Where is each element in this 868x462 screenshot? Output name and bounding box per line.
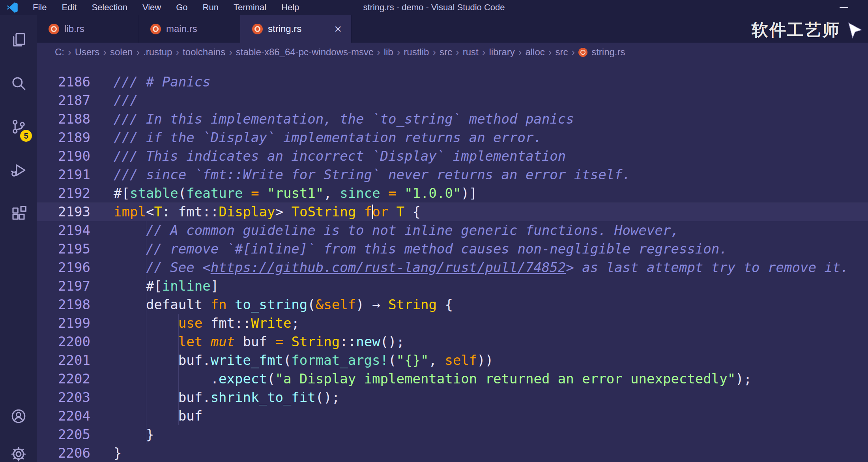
code-text: /// xyxy=(90,91,138,110)
menu-edit[interactable]: Edit xyxy=(54,0,84,15)
code-text: // See <https://github.com/rust-lang/rus… xyxy=(90,258,849,277)
code-line-2197[interactable]: 2197 #[inline] xyxy=(37,277,868,295)
code-text: /// # Panics xyxy=(90,73,211,91)
line-number: 2198 xyxy=(37,295,90,314)
line-number: 2199 xyxy=(37,314,90,332)
code-text: buf.shrink_to_fit(); xyxy=(90,388,340,407)
breadcrumb: C: Users solen .rustup toolchains stable… xyxy=(37,43,868,62)
tab-main-rs[interactable]: main.rs xyxy=(138,15,240,43)
code-text: #[stable(feature = "rust1", since = "1.0… xyxy=(90,184,477,203)
code-line-2205[interactable]: 2205 } xyxy=(37,425,868,444)
rust-file-icon xyxy=(252,24,263,34)
line-number: 2194 xyxy=(37,221,90,240)
line-number: 2191 xyxy=(37,165,90,184)
tab-lib-rs[interactable]: lib.rs xyxy=(37,15,138,43)
code-text: /// since `fmt::Write for String` never … xyxy=(90,165,630,184)
run-and-debug-icon[interactable] xyxy=(0,155,37,185)
line-number: 2202 xyxy=(37,370,90,388)
menu-help[interactable]: Help xyxy=(274,0,307,15)
breadcrumb-item[interactable]: C: xyxy=(55,47,64,58)
code-line-2200[interactable]: 2200 let mut buf = String::new(); xyxy=(37,332,868,351)
tab-string-rs[interactable]: string.rs × xyxy=(240,15,352,43)
menu-run[interactable]: Run xyxy=(195,0,226,15)
menu-view[interactable]: View xyxy=(135,0,168,15)
editor-group: lib.rs main.rs string.rs × C: Users sole… xyxy=(37,15,868,462)
code-line-2191[interactable]: 2191/// since `fmt::Write for String` ne… xyxy=(37,165,868,184)
code-text: } xyxy=(90,444,122,462)
code-line-2202[interactable]: 2202 .expect("a Display implementation r… xyxy=(37,370,868,388)
menu-go[interactable]: Go xyxy=(168,0,195,15)
breadcrumb-item[interactable]: Users xyxy=(75,47,100,58)
tab-label: main.rs xyxy=(166,23,197,34)
menu-selection[interactable]: Selection xyxy=(84,0,135,15)
breadcrumb-item[interactable]: src xyxy=(440,47,452,58)
chevron-right-icon xyxy=(515,46,526,58)
vscode-logo-icon xyxy=(6,2,18,13)
chevron-right-icon xyxy=(479,46,489,58)
code-line-2204[interactable]: 2204 buf xyxy=(37,407,868,425)
chevron-right-icon xyxy=(373,46,384,58)
code-text: /// This indicates an incorrect `Display… xyxy=(90,147,566,165)
activity-bar-bottom xyxy=(0,401,37,462)
breadcrumb-item[interactable]: alloc xyxy=(525,47,544,58)
code-line-2192[interactable]: 2192#[stable(feature = "rust1", since = … xyxy=(37,184,868,203)
editor[interactable]: 2186/// # Panics2187///2188/// In this i… xyxy=(37,62,868,462)
line-number: 2189 xyxy=(37,128,90,147)
code-line-2186[interactable]: 2186/// # Panics xyxy=(37,73,868,91)
text-cursor xyxy=(372,205,373,219)
chevron-right-icon xyxy=(393,46,404,58)
line-number: 2190 xyxy=(37,147,90,165)
minimize-icon[interactable] xyxy=(840,7,848,8)
line-number: 2195 xyxy=(37,240,90,258)
breadcrumb-item[interactable]: stable-x86_64-pc-windows-msvc xyxy=(236,47,373,58)
breadcrumb-item[interactable]: toolchains xyxy=(183,47,225,58)
code-line-2190[interactable]: 2190/// This indicates an incorrect `Dis… xyxy=(37,147,868,165)
activity-bar: 5 xyxy=(0,15,37,462)
breadcrumb-item[interactable]: rustlib xyxy=(404,47,429,58)
code-line-2194[interactable]: 2194 // A common guideline is to not inl… xyxy=(37,221,868,240)
tab-label: string.rs xyxy=(268,23,301,34)
code-text: use fmt::Write; xyxy=(90,314,299,332)
code-line-2193[interactable]: 2193impl<T: fmt::Display> ToString for T… xyxy=(37,203,868,221)
code-line-2196[interactable]: 2196 // See <https://github.com/rust-lan… xyxy=(37,258,868,277)
account-icon[interactable] xyxy=(0,401,37,431)
breadcrumb-item[interactable]: solen xyxy=(110,47,133,58)
menu-terminal[interactable]: Terminal xyxy=(226,0,274,15)
breadcrumb-item[interactable]: lib xyxy=(384,47,393,58)
vscode-window: { "colors": { "editor_bg": "#2d2b55", "p… xyxy=(0,0,868,462)
close-icon[interactable]: × xyxy=(334,23,342,35)
source-control-icon[interactable]: 5 xyxy=(0,112,37,142)
settings-gear-icon[interactable] xyxy=(0,439,37,462)
breadcrumb-item-file[interactable]: string.rs xyxy=(591,47,625,58)
line-number: 2205 xyxy=(37,425,90,444)
watermark-text: 软件工艺师 xyxy=(752,19,840,41)
breadcrumb-item[interactable]: library xyxy=(489,47,514,58)
extensions-icon[interactable] xyxy=(0,199,37,229)
watermark: 软件工艺师 xyxy=(752,19,862,43)
code-line-2187[interactable]: 2187/// xyxy=(37,91,868,110)
code-text: /// if the `Display` implementation retu… xyxy=(90,128,542,147)
code-line-2203[interactable]: 2203 buf.shrink_to_fit(); xyxy=(37,388,868,407)
code-line-2201[interactable]: 2201 buf.write_fmt(format_args!("{}", se… xyxy=(37,351,868,370)
breadcrumb-item[interactable]: .rustup xyxy=(143,47,172,58)
chevron-right-icon xyxy=(172,46,183,58)
code-text: // remove `#[inline]` from this method c… xyxy=(90,240,728,258)
code-line-2206[interactable]: 2206} xyxy=(37,444,868,462)
code-line-2195[interactable]: 2195 // remove `#[inline]` from this met… xyxy=(37,240,868,258)
line-number: 2201 xyxy=(37,351,90,370)
tab-label: lib.rs xyxy=(64,23,84,34)
breadcrumb-item[interactable]: rust xyxy=(463,47,479,58)
code-line-2199[interactable]: 2199 use fmt::Write; xyxy=(37,314,868,332)
search-icon[interactable] xyxy=(0,68,37,98)
explorer-icon[interactable] xyxy=(0,25,37,55)
code-line-2198[interactable]: 2198 default fn to_string(&self) → Strin… xyxy=(37,295,868,314)
breadcrumb-item[interactable]: src xyxy=(555,47,568,58)
code-text: // A common guideline is to not inline g… xyxy=(90,221,679,240)
code-text: impl<T: fmt::Display> ToString for T { xyxy=(90,203,421,221)
workbench: 5 lib.rs main.rs xyxy=(0,15,868,462)
chevron-right-icon xyxy=(133,46,143,58)
code-line-2188[interactable]: 2188/// In this implementation, the `to_… xyxy=(37,110,868,128)
code-text: buf xyxy=(90,407,202,425)
code-line-2189[interactable]: 2189/// if the `Display` implementation … xyxy=(37,128,868,147)
menu-file[interactable]: File xyxy=(25,0,54,15)
